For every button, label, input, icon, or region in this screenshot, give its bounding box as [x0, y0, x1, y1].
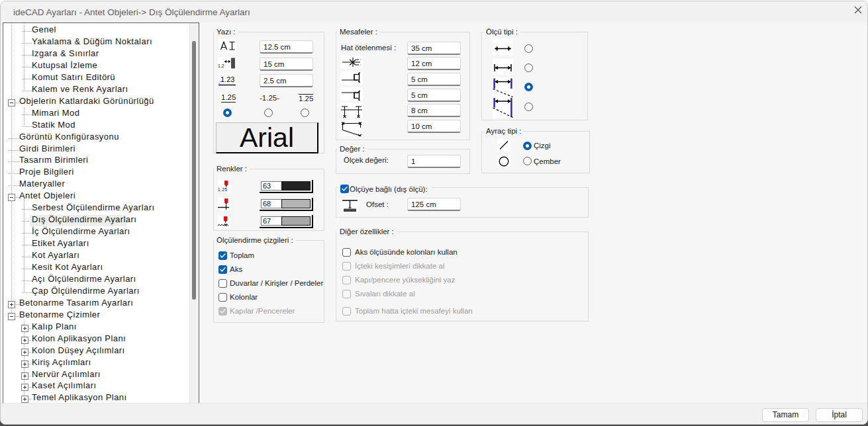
svg-text:1.2: 1.2	[218, 64, 224, 68]
svg-text:1.25: 1.25	[218, 187, 227, 192]
svg-text:1.23: 1.23	[220, 75, 234, 83]
